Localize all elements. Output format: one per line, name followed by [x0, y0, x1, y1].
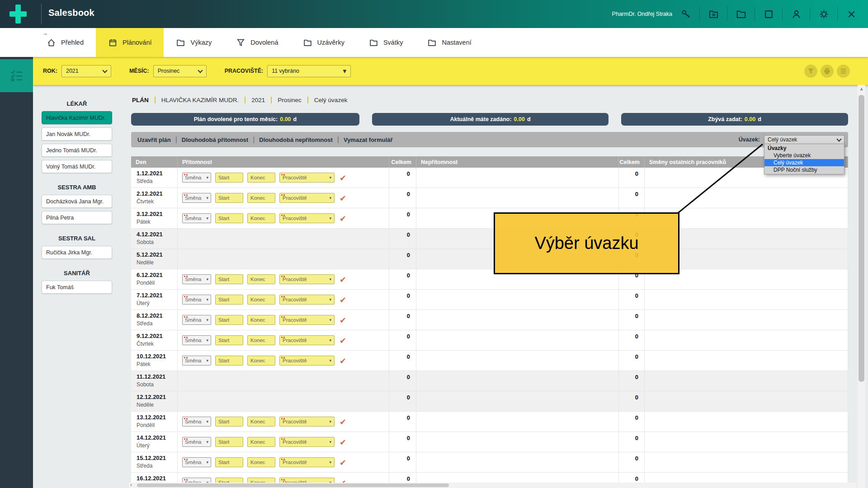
pracoviste-select[interactable]: Pracoviště▾	[279, 356, 335, 366]
smena-select[interactable]: Směna▾	[182, 213, 211, 223]
start-input[interactable]: Start	[215, 213, 243, 223]
staff-item[interactable]: Fuk Tomáš	[42, 281, 112, 294]
konec-input[interactable]: Konec	[247, 173, 275, 183]
pracoviste-select[interactable]: Pracoviště▾	[279, 417, 335, 427]
smena-select[interactable]: Směna▾	[182, 356, 211, 366]
start-input[interactable]: Start	[215, 295, 243, 305]
pracoviste-select[interactable]: Pracoviště▾	[279, 457, 335, 467]
smena-select[interactable]: Směna▾	[182, 193, 211, 203]
confirm-check-icon[interactable]: ✔	[340, 315, 346, 325]
start-input[interactable]: Start	[215, 478, 243, 483]
toolbar-action[interactable]: Uzavřít plán	[137, 136, 171, 143]
konec-input[interactable]: Konec	[247, 295, 275, 305]
start-input[interactable]: Start	[215, 193, 243, 203]
dropdown-option[interactable]: DPP Noční služby	[764, 166, 844, 174]
staff-item[interactable]: Jan Novák MUDr.	[42, 127, 112, 141]
konec-input[interactable]: Konec	[247, 437, 275, 447]
smena-select[interactable]: Směna▾	[182, 478, 211, 483]
konec-input[interactable]: Konec	[247, 193, 275, 203]
konec-input[interactable]: Konec	[247, 213, 275, 223]
smena-select[interactable]: Směna▾	[182, 335, 211, 345]
menu-button[interactable]	[837, 65, 850, 78]
pracoviste-select[interactable]: Pracoviště▾	[279, 335, 335, 345]
scroll-left-arrow[interactable]: ‹	[130, 482, 132, 488]
pracoviste-select[interactable]: Pracoviště▾	[279, 315, 335, 325]
tab-svatky[interactable]: Svátky	[357, 28, 415, 57]
horizontal-scrollbar-thumb[interactable]	[137, 483, 449, 487]
key-button[interactable]	[678, 6, 693, 22]
mesic-select[interactable]: Prosinec	[153, 65, 207, 77]
konec-input[interactable]: Konec	[247, 478, 275, 483]
pracoviste-select[interactable]: Pracoviště▾	[279, 274, 335, 284]
gear-button[interactable]	[816, 6, 831, 22]
tab-vykazy[interactable]: Výkazy	[164, 28, 224, 57]
konec-input[interactable]: Konec	[247, 457, 275, 467]
konec-input[interactable]: Konec	[247, 315, 275, 325]
folder-button[interactable]	[733, 6, 749, 22]
toolbar-action[interactable]: Vymazat formulář	[344, 136, 393, 143]
staff-item[interactable]: Jedno Tomáš MUDr.	[42, 144, 112, 157]
confirm-check-icon[interactable]: ✔	[340, 437, 346, 447]
confirm-check-icon[interactable]: ✔	[340, 478, 346, 483]
konec-input[interactable]: Konec	[247, 274, 275, 284]
confirm-check-icon[interactable]: ✔	[340, 275, 346, 284]
smena-select[interactable]: Směna▾	[182, 295, 211, 305]
confirm-check-icon[interactable]: ✔	[340, 417, 346, 427]
funnel-solid-button[interactable]	[804, 65, 817, 78]
pracoviste-select[interactable]: 11 vybráno ▼	[267, 65, 351, 77]
konec-input[interactable]: Konec	[247, 417, 275, 427]
pracoviste-select[interactable]: Pracoviště▾	[279, 193, 335, 203]
start-input[interactable]: Start	[215, 335, 243, 345]
pracoviste-select[interactable]: Pracoviště▾	[279, 437, 335, 447]
confirm-check-icon[interactable]: ✔	[340, 193, 346, 203]
start-input[interactable]: Start	[215, 417, 243, 427]
staff-item[interactable]: Pilná Petra	[42, 211, 112, 224]
confirm-check-icon[interactable]: ✔	[340, 336, 346, 345]
forward-arrow-icon[interactable]: →	[42, 30, 48, 37]
konec-input[interactable]: Konec	[247, 335, 275, 345]
start-input[interactable]: Start	[215, 356, 243, 366]
start-input[interactable]: Start	[215, 457, 243, 467]
smena-select[interactable]: Směna▾	[182, 417, 211, 427]
start-input[interactable]: Start	[215, 437, 243, 447]
checklist-button[interactable]	[0, 59, 33, 92]
smena-select[interactable]: Směna▾	[182, 437, 211, 447]
staff-item[interactable]: Volný Tomáš MUDr.	[42, 160, 112, 173]
confirm-check-icon[interactable]: ✔	[340, 458, 346, 467]
tab-planovani[interactable]: Plánování	[96, 28, 164, 57]
pracoviste-select[interactable]: Pracoviště▾	[279, 213, 335, 223]
start-input[interactable]: Start	[215, 315, 243, 325]
uvazek-select[interactable]: Celý úvazek	[764, 135, 844, 144]
user-button[interactable]	[788, 6, 804, 22]
smena-select[interactable]: Směna▾	[182, 315, 211, 325]
start-input[interactable]: Start	[215, 173, 243, 183]
folder-note-button[interactable]: N	[706, 6, 721, 22]
start-input[interactable]: Start	[215, 274, 243, 284]
confirm-check-icon[interactable]: ✔	[340, 295, 346, 305]
pracoviste-select[interactable]: Pracoviště▾	[279, 478, 335, 483]
toolbar-action[interactable]: Dlouhodobá přítomnost	[182, 136, 248, 143]
tab-nastaveni[interactable]: Nastavení	[415, 28, 483, 57]
smena-select[interactable]: Směna▾	[182, 173, 211, 183]
confirm-check-icon[interactable]: ✔	[340, 214, 346, 223]
staff-item[interactable]: Ručička Jirka Mgr.	[42, 246, 112, 259]
scroll-up-arrow[interactable]: ▲	[858, 86, 865, 92]
vertical-scrollbar-thumb[interactable]	[859, 95, 864, 382]
dropdown-option[interactable]: Celý úvazek	[764, 159, 844, 166]
tab-uzaverky[interactable]: Uzávěrky	[291, 28, 357, 57]
smena-select[interactable]: Směna▾	[182, 274, 211, 284]
staff-item[interactable]: Docházková Jana Mgr.	[42, 195, 112, 208]
smena-select[interactable]: Směna▾	[182, 457, 211, 467]
printer-button[interactable]	[821, 65, 834, 78]
tab-dovolena[interactable]: Dovolená	[224, 28, 290, 57]
confirm-check-icon[interactable]: ✔	[340, 173, 346, 183]
dropdown-option[interactable]: Vyberte úvazek	[764, 152, 844, 159]
close-button[interactable]	[844, 6, 859, 22]
toolbar-action[interactable]: Dlouhodobá nepřítomnost	[259, 136, 332, 143]
pracoviste-select[interactable]: Pracoviště▾	[279, 295, 335, 305]
pracoviste-select[interactable]: Pracoviště▾	[279, 173, 335, 183]
konec-input[interactable]: Konec	[247, 356, 275, 366]
staff-item[interactable]: Hlavička Kazimír MUDr.	[42, 111, 112, 124]
confirm-check-icon[interactable]: ✔	[340, 356, 346, 366]
window-button[interactable]	[761, 6, 776, 22]
